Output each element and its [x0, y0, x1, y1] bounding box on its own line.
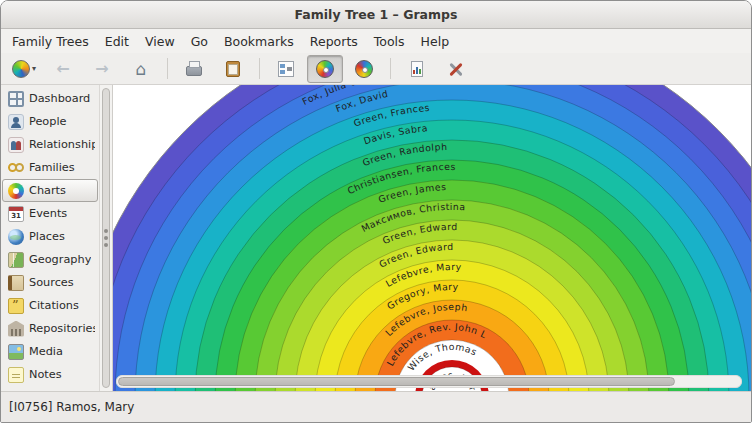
family-trees-button[interactable]: ▾ — [6, 55, 42, 83]
pedigree-icon — [277, 60, 295, 78]
notes-icon — [8, 367, 24, 383]
sidebar-item-label: Relationships — [29, 138, 95, 151]
window-title: Family Tree 1 – Gramps — [295, 7, 458, 22]
clipboard-button[interactable] — [215, 55, 251, 83]
home-button[interactable] — [123, 55, 159, 83]
places-icon — [8, 229, 24, 245]
sidebar-item-media[interactable]: Media — [2, 340, 98, 363]
horizontal-scrollbar-thumb[interactable] — [118, 377, 675, 386]
gramps-icon — [12, 60, 30, 78]
menu-bookmarks[interactable]: Bookmarks — [216, 32, 302, 51]
tools-button[interactable] — [438, 55, 474, 83]
sidebar-item-label: Places — [29, 230, 65, 243]
sidebar-item-label: People — [29, 115, 67, 128]
sidebar-item-sources[interactable]: Sources — [2, 271, 98, 294]
sidebar-item-label: Repositories — [29, 322, 95, 335]
full-circle-view-button[interactable] — [346, 55, 382, 83]
sidebar-item-label: Families — [29, 161, 75, 174]
events-icon — [8, 206, 24, 222]
sidebar-item-repositories[interactable]: Repositories — [2, 317, 98, 340]
reports-button[interactable] — [399, 55, 435, 83]
clipboard-icon — [224, 60, 242, 78]
menubar: Family TreesEditViewGoBookmarksReportsTo… — [1, 29, 751, 53]
menu-edit[interactable]: Edit — [97, 32, 137, 51]
sidebar-item-label: Geography — [29, 253, 91, 266]
forward-icon — [93, 60, 111, 78]
menu-help[interactable]: Help — [413, 32, 458, 51]
circle-chart-icon — [355, 60, 373, 78]
media-icon — [8, 344, 24, 360]
sidebar-item-charts[interactable]: Charts — [2, 179, 98, 202]
sidebar-item-citations[interactable]: Citations — [2, 294, 98, 317]
menu-family-trees[interactable]: Family Trees — [4, 32, 97, 51]
grip-dots-icon — [104, 236, 108, 240]
sidebar-item-label: Notes — [29, 368, 62, 381]
sidebar-item-label: Events — [29, 207, 67, 220]
dashboard-icon — [8, 91, 24, 107]
printer-icon — [185, 60, 203, 78]
sidebar: DashboardPeopleRelationshipsFamiliesChar… — [1, 85, 100, 391]
relationships-icon — [8, 137, 24, 153]
menu-go[interactable]: Go — [183, 32, 216, 51]
sidebar-item-label: Dashboard — [29, 92, 90, 105]
sidebar-item-people[interactable]: People — [2, 110, 98, 133]
content: DashboardPeopleRelationshipsFamiliesChar… — [1, 85, 751, 391]
families-icon — [8, 160, 24, 176]
sidebar-item-label: Sources — [29, 276, 74, 289]
people-icon — [8, 114, 24, 130]
sidebar-item-events[interactable]: Events — [2, 202, 98, 225]
pedigree-view-button[interactable] — [268, 55, 304, 83]
sidebar-item-relationships[interactable]: Relationships — [2, 133, 98, 156]
gramps-window: Family Tree 1 – Gramps Family TreesEditV… — [0, 0, 752, 423]
sidebar-item-label: Media — [29, 345, 63, 358]
tools-icon — [447, 60, 465, 78]
sidebar-item-dashboard[interactable]: Dashboard — [2, 87, 98, 110]
report-icon — [408, 60, 426, 78]
sidebar-item-notes[interactable]: Notes — [2, 363, 98, 386]
toolbar-separator — [390, 58, 391, 79]
sources-icon — [8, 275, 24, 291]
forward-button[interactable] — [84, 55, 120, 83]
sidebar-item-families[interactable]: Families — [2, 156, 98, 179]
sidebar-item-label: Charts — [29, 184, 66, 197]
geography-icon — [8, 252, 24, 268]
toolbar-separator — [167, 58, 168, 79]
chart-area: Wise, ThomasLefebvre, Rev. John LLefebvr… — [113, 85, 751, 391]
back-button[interactable] — [45, 55, 81, 83]
sidebar-item-label: Citations — [29, 299, 79, 312]
titlebar[interactable]: Family Tree 1 – Gramps — [1, 1, 751, 29]
menu-view[interactable]: View — [137, 32, 183, 51]
sidebar-item-geography[interactable]: Geography — [2, 248, 98, 271]
home-icon — [132, 60, 150, 78]
status-text: [I0756] Ramos, Mary — [9, 400, 134, 414]
sidebar-item-places[interactable]: Places — [2, 225, 98, 248]
menu-reports[interactable]: Reports — [302, 32, 366, 51]
statusbar: [I0756] Ramos, Mary — [1, 391, 751, 422]
print-button[interactable] — [176, 55, 212, 83]
sidebar-scrollbar-thumb[interactable] — [102, 88, 110, 388]
back-icon — [54, 60, 72, 78]
fan-chart-view-button[interactable] — [307, 55, 343, 83]
fan-chart[interactable]: Wise, ThomasLefebvre, Rev. John LLefebvr… — [113, 85, 751, 391]
citations-icon — [8, 298, 24, 314]
toolbar: ▾ — [1, 53, 751, 85]
fan-chart-icon — [316, 60, 334, 78]
charts-icon — [8, 183, 24, 199]
horizontal-scrollbar[interactable] — [116, 375, 742, 388]
toolbar-separator — [259, 58, 260, 79]
chevron-down-icon: ▾ — [32, 64, 36, 73]
menu-tools[interactable]: Tools — [366, 32, 413, 51]
repositories-icon — [8, 321, 24, 337]
sidebar-scrollbar[interactable] — [100, 85, 113, 391]
